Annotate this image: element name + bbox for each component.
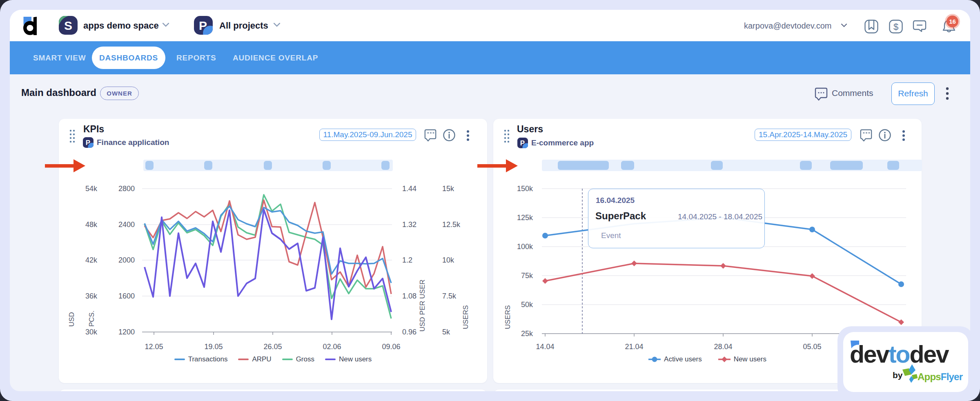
svg-text:12.5k: 12.5k (442, 221, 461, 229)
svg-text:P: P (520, 139, 525, 147)
svg-text:2400: 2400 (118, 221, 135, 229)
svg-text:10k: 10k (442, 256, 454, 264)
svg-text:1.44: 1.44 (402, 185, 416, 193)
svg-text:19.05: 19.05 (204, 343, 223, 351)
svg-text:P: P (199, 19, 207, 32)
svg-text:48k: 48k (85, 221, 98, 229)
svg-text:75k: 75k (521, 272, 533, 280)
svg-text:USERS: USERS (504, 305, 512, 329)
svg-text:26.05: 26.05 (263, 343, 282, 351)
svg-text:150k: 150k (517, 185, 533, 193)
svg-text:14.04: 14.04 (536, 343, 554, 351)
svg-text:21.04: 21.04 (625, 343, 643, 351)
svg-text:2000: 2000 (118, 256, 135, 264)
svg-text:100k: 100k (517, 243, 533, 251)
svg-text:1600: 1600 (118, 292, 135, 300)
svg-text:12.05: 12.05 (145, 343, 163, 351)
svg-text:devtodev: devtodev (850, 341, 949, 367)
svg-text:28.04: 28.04 (714, 343, 732, 351)
svg-text:2800: 2800 (118, 185, 135, 193)
svg-text:125k: 125k (517, 214, 533, 222)
svg-text:S: S (64, 19, 72, 32)
svg-text:USERS: USERS (462, 305, 470, 329)
svg-text:30k: 30k (85, 328, 98, 336)
svg-text:USD PER USER: USD PER USER (419, 279, 426, 332)
svg-text:USD: USD (68, 312, 76, 327)
svg-text:36k: 36k (85, 292, 98, 300)
svg-text:54k: 54k (85, 185, 98, 193)
svg-text:15k: 15k (442, 185, 454, 193)
svg-text:$: $ (893, 22, 898, 32)
svg-text:42k: 42k (85, 256, 98, 264)
svg-text:PCS.: PCS. (88, 310, 96, 327)
svg-text:1.2: 1.2 (402, 256, 412, 264)
svg-text:1.08: 1.08 (402, 292, 416, 300)
svg-text:1.32: 1.32 (402, 221, 416, 229)
svg-text:09.06: 09.06 (382, 343, 400, 351)
svg-text:5k: 5k (442, 328, 450, 336)
svg-text:25k: 25k (521, 330, 533, 338)
svg-text:05.05: 05.05 (803, 343, 821, 351)
svg-text:0.96: 0.96 (402, 328, 416, 336)
svg-text:7.5k: 7.5k (442, 292, 457, 300)
svg-text:02.06: 02.06 (323, 343, 341, 351)
svg-text:P: P (86, 139, 90, 147)
svg-text:50k: 50k (521, 301, 533, 309)
svg-text:1200: 1200 (118, 328, 135, 336)
